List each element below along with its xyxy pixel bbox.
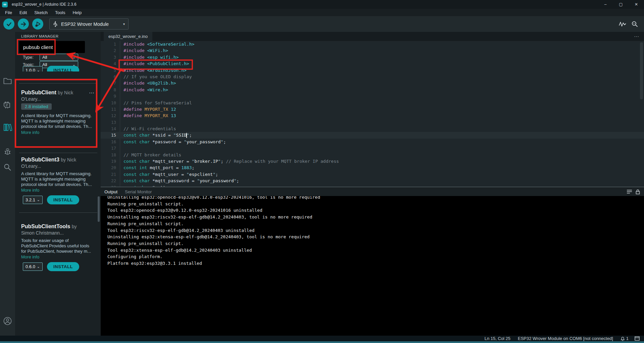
- code-editor[interactable]: 1#include <SoftwareSerial.h>2#include <W…: [101, 41, 644, 187]
- code-line-5[interactable]: 5#include <ArduinoJson.h>: [101, 67, 644, 74]
- editor-column: esp32_wrover_e.ino ⋯ 1#include <Software…: [101, 32, 644, 336]
- library-author2: O'Leary...: [21, 96, 41, 102]
- code-line-3[interactable]: 3#include <esp_wifi.h>: [101, 54, 644, 60]
- code-line-22[interactable]: 22const char *mqtt_password = "your_pass…: [101, 178, 644, 184]
- cursor-position[interactable]: Ln 15, Col 25: [485, 336, 510, 341]
- editor-scrollbar[interactable]: [640, 42, 643, 99]
- menu-item-edit[interactable]: Edit: [16, 10, 31, 15]
- code-line-4[interactable]: 4#include <PubSubClient.h>: [101, 60, 644, 67]
- library-description: Tools for easier usage of PubSubClient P…: [21, 238, 91, 254]
- type-label: Type:: [23, 55, 40, 60]
- lock-scroll-icon[interactable]: [636, 189, 640, 194]
- menu-item-file[interactable]: File: [1, 10, 16, 15]
- window-controls: – ▢ ✕: [598, 0, 644, 9]
- debug-button[interactable]: [32, 18, 43, 30]
- code-line-1[interactable]: 1#include <SoftwareSerial.h>: [101, 41, 644, 47]
- more-info-link[interactable]: More info: [21, 188, 39, 193]
- code-line-16[interactable]: 16const char *password = "your_password"…: [101, 139, 644, 145]
- code-line-14[interactable]: 14// Wi-Fi credentials: [101, 126, 644, 132]
- editor-tab-bar: esp32_wrover_e.ino ⋯: [101, 32, 644, 41]
- minimize-button[interactable]: –: [598, 0, 613, 9]
- line-number: 7: [101, 80, 116, 86]
- bottom-accent-strip: [0, 341, 644, 343]
- output-console[interactable]: Uninstalling esp32:openocd-esp32@v0.12.0…: [101, 196, 644, 336]
- board-selector[interactable]: ESP32 Wrover Module ▾: [49, 18, 129, 30]
- library-search-input[interactable]: pubsub client: [19, 41, 85, 53]
- more-info-link[interactable]: More info: [21, 130, 39, 135]
- menu-item-sketch[interactable]: Sketch: [31, 10, 51, 15]
- main-area: LIBRARY MANAGER pubsub client Type: All …: [0, 32, 644, 336]
- menu-item-help[interactable]: Help: [69, 10, 85, 15]
- more-options-icon[interactable]: ⋯: [89, 90, 95, 96]
- line-content: // MQTT broker details: [123, 152, 181, 158]
- library-card-pubsubclient[interactable]: PubSubClient by Nick ⋯ O'Leary... 2.8 in…: [15, 80, 101, 147]
- menu-item-tools[interactable]: Tools: [51, 10, 69, 15]
- library-card-pubsubclienttools[interactable]: PubSubClientTools by Simon Christmann...…: [15, 212, 101, 283]
- code-line-23[interactable]: 23const char *mqtt_: [101, 184, 644, 187]
- code-line-13[interactable]: 13: [101, 119, 644, 126]
- window-title: esp32_wrover_e | Arduino IDE 2.3.6: [12, 2, 77, 7]
- chevron-down-icon: ▾: [123, 22, 125, 26]
- install-button[interactable]: INSTALL: [47, 262, 79, 271]
- code-line-7[interactable]: 7#include <U8g2lib.h>: [101, 80, 644, 86]
- line-content: #include <esp_wifi.h>: [123, 54, 179, 60]
- tab-serial-monitor[interactable]: Serial Monitor: [125, 189, 152, 194]
- install-button[interactable]: INSTALL: [47, 195, 79, 204]
- toggle-panel[interactable]: [635, 336, 640, 341]
- code-line-12[interactable]: 12#define MYPORT_RX 13: [101, 112, 644, 119]
- version-select[interactable]: 0.6.0 ⌄: [23, 262, 43, 271]
- panel-scrollbar[interactable]: [98, 196, 100, 222]
- console-line: Running pre_uninstall script.: [107, 240, 644, 247]
- output-tab-bar: Output Serial Monitor: [101, 187, 644, 196]
- boards-manager-icon[interactable]: [3, 100, 12, 109]
- code-line-19[interactable]: 19const char *mqtt_server = "broker.IP";…: [101, 158, 644, 164]
- line-content: #include <ArduinoJson.h>: [123, 67, 187, 74]
- code-line-21[interactable]: 21const char *mqtt_user = "espclient";: [101, 171, 644, 178]
- code-line-2[interactable]: 2#include <WiFi.h>: [101, 47, 644, 54]
- code-line-15[interactable]: 15const char *ssid = "SSID";: [101, 132, 644, 138]
- maximize-button[interactable]: ▢: [613, 0, 629, 9]
- serial-plotter-icon[interactable]: [618, 21, 627, 28]
- verify-button[interactable]: [3, 18, 14, 30]
- divider: [19, 83, 97, 84]
- code-line-11[interactable]: 11#define MYPORT_TX 12: [101, 106, 644, 112]
- chevron-down-icon: ⌄: [37, 265, 40, 268]
- library-name: PubSubClient: [21, 90, 56, 95]
- account-icon[interactable]: [3, 316, 12, 326]
- type-select[interactable]: All ⌄: [40, 54, 78, 61]
- library-card-pubsubclient3[interactable]: PubSubClient3 by Nick O'Leary... A clien…: [15, 153, 101, 212]
- version-select[interactable]: 3.2.1 ⌄: [23, 196, 43, 204]
- debug-sidebar-icon[interactable]: [3, 147, 12, 156]
- code-line-20[interactable]: 20const int mqtt_port = 1883;: [101, 164, 644, 171]
- code-line-9[interactable]: 9: [101, 93, 644, 99]
- editor-more-actions-icon[interactable]: ⋯: [634, 34, 639, 40]
- line-content: // If you use OLED display: [123, 74, 192, 80]
- version-select[interactable]: 1.0.0 ⌄: [23, 66, 43, 71]
- clear-output-icon[interactable]: [627, 189, 632, 194]
- tab-esp32-wrover-e-ino[interactable]: esp32_wrover_e.ino: [104, 32, 152, 41]
- output-panel-actions: [627, 189, 640, 194]
- more-info-link[interactable]: More info: [21, 254, 39, 259]
- code-line-17[interactable]: 17: [101, 145, 644, 151]
- code-line-8[interactable]: 8#include <Wire.h>: [101, 87, 644, 93]
- upload-button[interactable]: [18, 18, 29, 30]
- install-button[interactable]: INSTALL: [47, 66, 79, 71]
- library-author: by Nick: [61, 157, 76, 162]
- library-manager-icon[interactable]: [3, 123, 12, 132]
- tab-output[interactable]: Output: [104, 189, 117, 194]
- notifications[interactable]: 1: [621, 336, 629, 341]
- installed-badge: 2.8 installed: [21, 103, 52, 110]
- code-line-6[interactable]: 6// If you use OLED display: [101, 74, 644, 80]
- code-line-10[interactable]: 10// Pins for SoftwareSerial: [101, 100, 644, 106]
- sketchbook-folder-icon[interactable]: [3, 76, 12, 85]
- search-icon[interactable]: [3, 163, 12, 172]
- line-number: 6: [101, 74, 116, 80]
- board-port-status[interactable]: ESP32 Wrover Module on COM6 [not connect…: [518, 336, 613, 341]
- code-line-18[interactable]: 18// MQTT broker details: [101, 152, 644, 158]
- divider: [19, 212, 97, 213]
- arduino-ide-window: ∞ esp32_wrover_e | Arduino IDE 2.3.6 – ▢…: [0, 0, 644, 343]
- serial-monitor-icon[interactable]: [631, 21, 639, 28]
- library-author2: Simon Christmann...: [21, 230, 64, 236]
- version-value: 0.6.0: [26, 264, 35, 269]
- close-button[interactable]: ✕: [629, 0, 644, 9]
